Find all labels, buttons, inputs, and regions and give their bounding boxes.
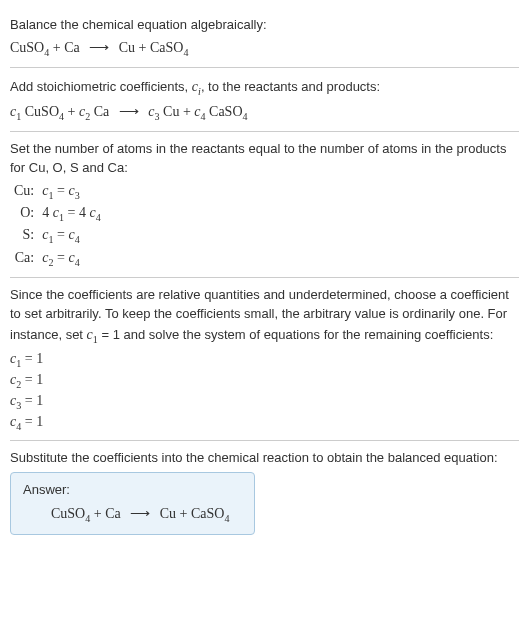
plus: + (139, 40, 150, 55)
table-row: Ca: c2 = c4 (10, 247, 105, 269)
atom-balance-step: Set the number of atoms in the reactants… (10, 132, 519, 277)
answer-label: Answer: (23, 481, 242, 500)
element-label: Cu: (10, 180, 38, 202)
solve-step: Since the coefficients are relative quan… (10, 278, 519, 440)
balance-equation: c1 = c3 (38, 180, 104, 202)
substitute-text: Substitute the coefficients into the che… (10, 449, 519, 468)
solve-text: Since the coefficients are relative quan… (10, 286, 519, 346)
element-label: S: (10, 224, 38, 246)
step-text: Add stoichiometric coefficients, ci, to … (10, 76, 519, 98)
solution-row: c3 = 1 (10, 390, 519, 411)
add-coefficients-step: Add stoichiometric coefficients, ci, to … (10, 68, 519, 131)
element-label: O: (10, 202, 38, 224)
substitute-step: Substitute the coefficients into the che… (10, 441, 519, 543)
plus: + (53, 40, 64, 55)
product-1: Cu (119, 40, 135, 55)
equation-with-coeffs: c1 CuSO4 + c2 Ca ⟶ c3 Cu + c4 CaSO4 (10, 101, 519, 123)
solution-row: c1 = 1 (10, 348, 519, 369)
product-2: CaSO4 (150, 40, 189, 55)
prompt-text: Balance the chemical equation algebraica… (10, 16, 519, 35)
problem-statement: Balance the chemical equation algebraica… (10, 8, 519, 67)
solution-list: c1 = 1 c2 = 1 c3 = 1 c4 = 1 (10, 348, 519, 432)
element-label: Ca: (10, 247, 38, 269)
balance-equation: c2 = c4 (38, 247, 104, 269)
reaction-arrow: ⟶ (89, 37, 109, 59)
atom-balance-table: Cu: c1 = c3 O: 4 c1 = 4 c4 S: c1 = c4 Ca… (10, 180, 105, 270)
table-row: S: c1 = c4 (10, 224, 105, 246)
solution-row: c2 = 1 (10, 369, 519, 390)
solution-row: c4 = 1 (10, 411, 519, 432)
table-row: O: 4 c1 = 4 c4 (10, 202, 105, 224)
reactant-2: Ca (64, 40, 80, 55)
atom-balance-intro: Set the number of atoms in the reactants… (10, 140, 519, 178)
balanced-equation: CuSO4 + Ca ⟶ Cu + CaSO4 (23, 504, 242, 524)
reactant-1: CuSO4 (10, 40, 49, 55)
balance-equation: c1 = c4 (38, 224, 104, 246)
balance-equation: 4 c1 = 4 c4 (38, 202, 104, 224)
answer-box: Answer: CuSO4 + Ca ⟶ Cu + CaSO4 (10, 472, 255, 535)
table-row: Cu: c1 = c3 (10, 180, 105, 202)
unbalanced-equation: CuSO4 + Ca ⟶ Cu + CaSO4 (10, 37, 519, 59)
